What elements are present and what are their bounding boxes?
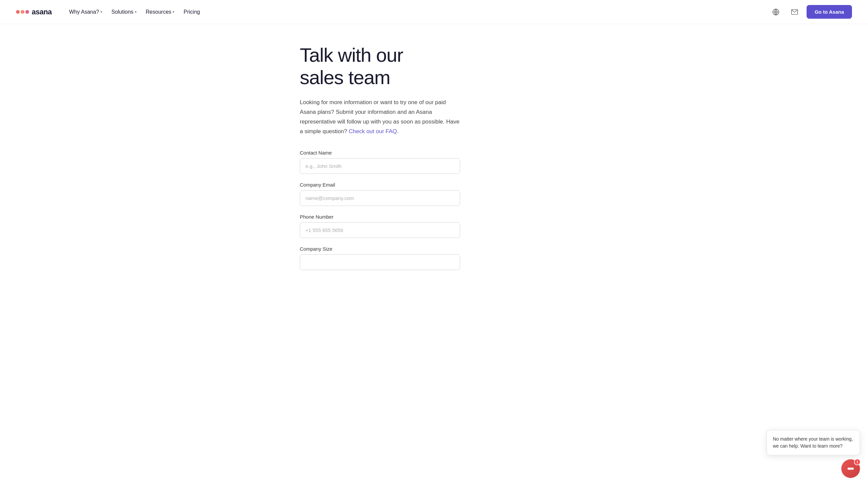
- svg-point-7: [851, 467, 854, 469]
- company-size-input[interactable]: [300, 254, 460, 270]
- company-size-label: Company Size: [300, 246, 460, 252]
- chevron-down-icon: ▾: [100, 10, 102, 14]
- contact-name-label: Contact Name: [300, 150, 460, 156]
- chat-icon-wrapper: 1: [841, 459, 860, 478]
- form-group-phone-number: Phone Number: [300, 214, 460, 238]
- nav-links: Why Asana? ▾ Solutions ▾ Resources ▾ Pri…: [65, 6, 204, 18]
- phone-number-input[interactable]: [300, 222, 460, 238]
- page-description: Looking for more information or want to …: [300, 98, 460, 136]
- logo-text: asana: [32, 8, 52, 17]
- navbar-left: asana Why Asana? ▾ Solutions ▾ Resources…: [16, 6, 204, 18]
- mail-icon: [791, 8, 798, 16]
- phone-number-label: Phone Number: [300, 214, 460, 220]
- navbar: asana Why Asana? ▾ Solutions ▾ Resources…: [0, 0, 868, 24]
- form-group-company-email: Company Email: [300, 182, 460, 206]
- form-group-contact-name: Contact Name: [300, 150, 460, 174]
- main-content: Talk with our sales team Looking for mor…: [284, 24, 584, 298]
- chat-badge: 1: [854, 459, 861, 465]
- page-title: Talk with our sales team: [300, 44, 568, 89]
- nav-item-why-asana[interactable]: Why Asana? ▾: [65, 6, 106, 18]
- form-group-company-size: Company Size: [300, 246, 460, 270]
- go-to-asana-button[interactable]: Go to Asana: [807, 5, 852, 19]
- globe-button[interactable]: [769, 5, 782, 19]
- logo[interactable]: asana: [16, 8, 52, 17]
- chevron-down-icon: ▾: [173, 10, 174, 14]
- logo-icon: [16, 10, 29, 14]
- mail-button[interactable]: [788, 5, 801, 19]
- chat-icon: [846, 464, 855, 473]
- nav-item-pricing[interactable]: Pricing: [180, 6, 204, 18]
- globe-icon: [772, 8, 779, 16]
- nav-item-resources[interactable]: Resources ▾: [142, 6, 178, 18]
- chat-bubble: No matter where your team is working, we…: [767, 430, 860, 455]
- contact-name-input[interactable]: [300, 158, 460, 174]
- navbar-right: Go to Asana: [769, 5, 852, 19]
- nav-item-solutions[interactable]: Solutions ▾: [107, 6, 141, 18]
- chat-widget: No matter where your team is working, we…: [767, 430, 860, 478]
- company-email-input[interactable]: [300, 190, 460, 206]
- faq-link[interactable]: Check out our FAQ.: [349, 128, 399, 134]
- contact-form: Contact Name Company Email Phone Number …: [300, 150, 460, 270]
- company-email-label: Company Email: [300, 182, 460, 188]
- chevron-down-icon: ▾: [135, 10, 136, 14]
